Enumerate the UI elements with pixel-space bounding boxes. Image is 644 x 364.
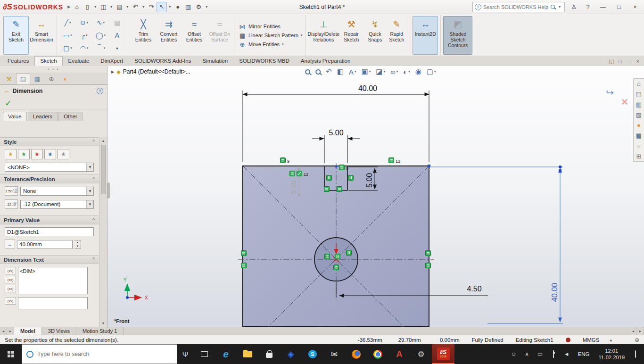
- chrome-button[interactable]: [367, 344, 388, 364]
- search-dropdown-icon[interactable]: ▾: [557, 2, 562, 12]
- dim-slot-width-text[interactable]: 5.00: [329, 129, 343, 137]
- move-entities-dropdown-icon[interactable]: ▾: [282, 42, 284, 46]
- tab-simulation[interactable]: Simulation: [197, 56, 233, 66]
- mail-button[interactable]: ✉: [323, 344, 345, 364]
- scrollbar-thumb[interactable]: [101, 145, 106, 194]
- view-settings-icon[interactable]: ▢▾: [427, 67, 436, 76]
- doc-minimize-icon[interactable]: —: [627, 58, 632, 65]
- dim-text-symbol-button-1[interactable]: (xx): [5, 267, 16, 274]
- feature-tree-breadcrumb[interactable]: ▶ ◆ Part4 (Default<<Default>...: [111, 68, 190, 75]
- home-icon[interactable]: ⌂: [72, 2, 82, 12]
- spinner-down-icon[interactable]: ▼: [74, 244, 81, 248]
- units-caret-icon[interactable]: ▴: [610, 338, 612, 342]
- tab-scroll-right-icon[interactable]: ▸: [7, 327, 14, 335]
- zoom-area-icon[interactable]: [315, 69, 321, 74]
- tab-leaders[interactable]: Leaders: [28, 112, 58, 121]
- firefox-button[interactable]: [345, 344, 367, 364]
- save-icon[interactable]: ◫: [98, 2, 108, 12]
- panel-scrollbar[interactable]: ▲ ▼: [99, 137, 107, 327]
- display-style-icon[interactable]: ◪▾: [376, 67, 385, 76]
- line-tool-button[interactable]: ╱▾: [59, 17, 76, 29]
- minimize-button[interactable]: —: [597, 1, 609, 13]
- save-dropdown-icon[interactable]: ▾: [108, 2, 114, 12]
- select-tool-icon[interactable]: ↖: [157, 2, 167, 12]
- dimension-text-area[interactable]: <DIM>: [18, 267, 88, 294]
- tab-features[interactable]: Features: [2, 56, 34, 66]
- taskpane-forum-icon[interactable]: ≡: [637, 143, 641, 149]
- status-globe-icon[interactable]: ⊕: [635, 337, 639, 343]
- task-view-button[interactable]: [193, 344, 215, 364]
- tab-mbd[interactable]: SOLIDWORKS MBD: [233, 56, 295, 66]
- print-icon[interactable]: ▤: [114, 2, 124, 12]
- circle-tool-button[interactable]: ◯▾: [92, 29, 109, 42]
- hide-show-dropdown-icon[interactable]: ▾: [396, 70, 398, 74]
- previous-view-icon[interactable]: ↶: [326, 67, 332, 76]
- new-dropdown-icon[interactable]: ▾: [92, 2, 98, 12]
- doc-close-icon[interactable]: ×: [636, 58, 639, 65]
- doc-dock-icon[interactable]: ◱: [609, 58, 614, 65]
- language-indicator[interactable]: ENG: [573, 351, 594, 357]
- volume-icon[interactable]: ◄: [560, 351, 573, 357]
- display-tray-icon[interactable]: ▭: [534, 351, 547, 357]
- hide-show-items-icon[interactable]: ∞▾: [390, 68, 398, 76]
- mic-icon[interactable]: Ψ: [177, 344, 193, 364]
- tab-sketch[interactable]: Sketch: [34, 56, 62, 66]
- precision-dropdown-arrow-icon[interactable]: ▼: [86, 200, 93, 208]
- dimension-text-area-secondary[interactable]: [18, 297, 88, 309]
- instant2d-button[interactable]: ↔ Instant2D: [413, 16, 438, 55]
- dim-width-text[interactable]: 40.00: [358, 84, 377, 92]
- graphics-area[interactable]: ▶ ◆ Part4 (Default<<Default>... ↶ ◧ A▾ ▣…: [107, 66, 644, 327]
- units-selector[interactable]: MMGS: [583, 337, 600, 343]
- dim-slot-ref-text[interactable]: 5.00: [289, 181, 297, 194]
- circle2-dropdown-icon[interactable]: ▾: [104, 33, 106, 37]
- sketch-canvas[interactable]: 40.00 5.00 5.00 5.00: [107, 66, 644, 327]
- spline-dropdown-icon[interactable]: ▾: [103, 21, 105, 25]
- new-document-icon[interactable]: ▯: [82, 2, 92, 12]
- tab-other[interactable]: Other: [58, 112, 83, 121]
- primary-value-section-header[interactable]: Primary Value ^: [0, 215, 99, 224]
- zoom-fit-icon[interactable]: [305, 69, 310, 74]
- displaymanager-tab-icon[interactable]: ◐: [58, 73, 73, 84]
- tolerance-dropdown[interactable]: None ▼: [20, 187, 94, 196]
- skype-button[interactable]: S: [302, 344, 323, 364]
- close-button[interactable]: ×: [629, 1, 641, 13]
- rapid-sketch-button[interactable]: ✎ Rapid Sketch: [386, 16, 407, 55]
- editing-mode-label[interactable]: Editing Sketch1: [516, 337, 553, 343]
- three-point-arc-tool-button[interactable]: ⌒▾: [92, 42, 109, 55]
- action-center-icon[interactable]: [629, 351, 642, 357]
- help-search-box[interactable]: ? ▾: [472, 2, 565, 12]
- tab-value[interactable]: Value: [3, 112, 27, 121]
- view-orientation-icon[interactable]: ▣▾: [362, 67, 371, 76]
- start-button[interactable]: [0, 344, 22, 364]
- point-tool-button[interactable]: ▪: [109, 42, 125, 55]
- style-dropdown[interactable]: <NONE> ▼: [5, 163, 94, 172]
- section-view-icon[interactable]: ◧: [337, 67, 344, 76]
- taskpane-custom-properties-icon[interactable]: ▦: [636, 132, 642, 139]
- quick-snaps-button[interactable]: ↯ Quick Snaps: [364, 16, 386, 55]
- slot-tool-button[interactable]: ▢▾: [59, 42, 76, 55]
- dim-height-text[interactable]: 40.00: [551, 283, 559, 302]
- slot-dropdown-icon[interactable]: ▾: [70, 46, 72, 50]
- exit-sketch-button[interactable]: ✎ Exit Sketch: [3, 16, 29, 55]
- spline-tool-button[interactable]: ∿▾: [92, 17, 109, 29]
- arc-dropdown-icon[interactable]: ▾: [87, 46, 89, 50]
- taskpane-view-palette-icon[interactable]: ▧: [636, 112, 642, 118]
- tolerance-dropdown-arrow-icon[interactable]: ▼: [86, 187, 93, 195]
- apply-default-favorite-button[interactable]: ★: [5, 149, 17, 159]
- appearance-dropdown-icon[interactable]: ▾: [408, 70, 410, 74]
- dim-text-symbol-button-3[interactable]: (xx): [5, 285, 16, 292]
- rectangle-tool-button[interactable]: ▭▾: [59, 29, 76, 42]
- taskpane-tab-icon[interactable]: ⊞: [636, 153, 642, 159]
- edge-button[interactable]: e: [215, 344, 237, 364]
- rebuild-icon[interactable]: ●: [173, 2, 183, 12]
- tray-expand-icon[interactable]: ∧: [520, 351, 534, 357]
- hscroll-left-icon[interactable]: ◂: [630, 327, 637, 335]
- confirmation-exit-sketch-icon[interactable]: ↪: [606, 87, 614, 98]
- select-dropdown-icon[interactable]: ▾: [167, 2, 173, 12]
- dim-height-selected[interactable]: [431, 167, 563, 323]
- linear-pattern-dropdown-icon[interactable]: ▾: [301, 33, 303, 37]
- hscroll-right-icon[interactable]: ▸: [637, 327, 644, 335]
- style-section-header[interactable]: Style ^: [0, 137, 99, 146]
- confirmation-cancel-icon[interactable]: ×: [621, 95, 628, 108]
- people-icon[interactable]: ☺: [507, 351, 520, 357]
